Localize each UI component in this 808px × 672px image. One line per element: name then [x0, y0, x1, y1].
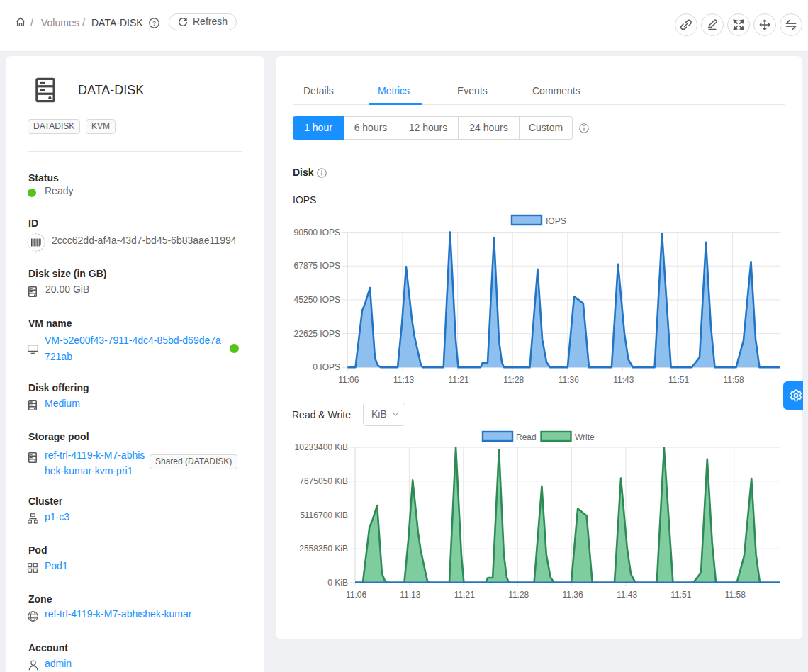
svg-text:?: ?	[152, 20, 156, 27]
